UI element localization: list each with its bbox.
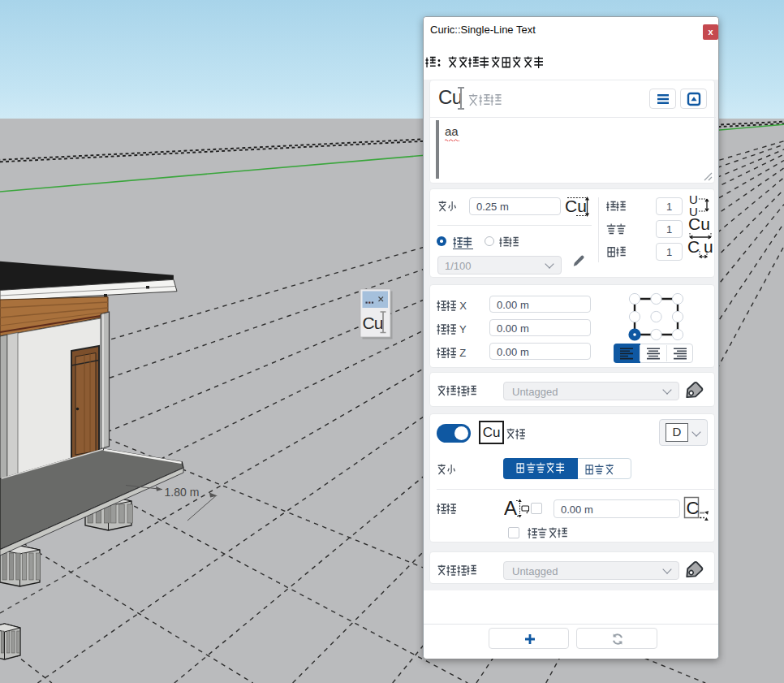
svg-text:Cu: Cu bbox=[688, 217, 710, 233]
svg-text:Cu: Cu bbox=[363, 313, 383, 332]
svg-text:A: A bbox=[504, 498, 517, 519]
svg-text:C: C bbox=[687, 498, 700, 518]
svg-text:u: u bbox=[704, 240, 713, 256]
svg-text:C: C bbox=[687, 240, 700, 256]
svg-text:1.80 m: 1.80 m bbox=[165, 486, 200, 499]
svg-text:Cu: Cu bbox=[565, 197, 587, 215]
